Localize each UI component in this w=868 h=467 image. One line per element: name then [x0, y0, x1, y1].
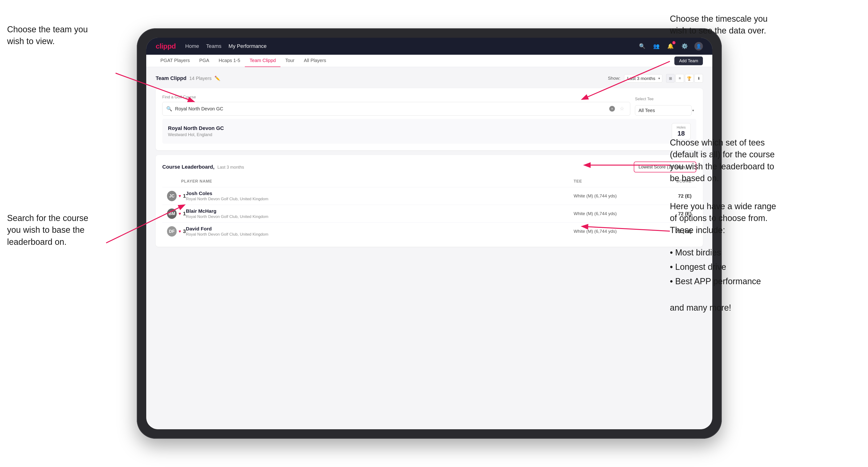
- tee-section: Select Tee All Tees: [635, 97, 696, 116]
- annotation-and-more: and many more!: [670, 302, 731, 314]
- course-search-card: Find a Golf Course 🔍 Royal North Devon G…: [156, 88, 703, 150]
- clear-search-button[interactable]: ×: [609, 106, 615, 112]
- sub-nav-pga[interactable]: PGA: [195, 55, 214, 67]
- grid-view-button[interactable]: ⊞: [666, 74, 675, 83]
- player-club-2: Royal North Devon Golf Club, United King…: [186, 214, 269, 219]
- notification-badge: 1: [672, 41, 676, 44]
- settings-button[interactable]: ⚙️: [680, 42, 689, 51]
- notifications-button[interactable]: 🔔 1: [666, 42, 675, 51]
- table-row: BM ♥ 1 Blair McHarg Royal North Devon Go…: [162, 205, 696, 222]
- nav-icons: 🔍 👥 🔔 1 ⚙️ 👤: [638, 42, 703, 51]
- player-avatar-2: BM: [167, 209, 177, 219]
- users-nav-button[interactable]: 👥: [652, 42, 660, 51]
- player-score-1: 72 (E): [644, 193, 691, 199]
- heart-icon-1: ♥: [179, 194, 181, 198]
- team-controls: Show: Last 3 months ⊞ ≡ 🏆 ⬇: [608, 74, 703, 83]
- holes-value: 18: [677, 130, 686, 137]
- annotation-top-left: Choose the team you wish to view.: [7, 24, 88, 48]
- nav-teams[interactable]: Teams: [206, 43, 221, 49]
- player-rank-2: 1: [183, 211, 186, 217]
- nav-links: Home Teams My Performance: [185, 43, 628, 49]
- col-player-name: PLAYER NAME: [181, 179, 574, 184]
- player-avatar-1: JC: [167, 191, 177, 201]
- leaderboard-title: Course Leaderboard,: [162, 164, 214, 170]
- ipad-frame: clippd Home Teams My Performance 🔍 👥 🔔 1: [137, 28, 722, 439]
- leaderboard-header: Course Leaderboard, Last 3 months Lowest…: [162, 161, 696, 173]
- search-icon: 🔍: [639, 43, 645, 49]
- player-rank-3: 3: [183, 228, 186, 235]
- search-icon: 🔍: [166, 106, 172, 112]
- leaderboard-table-header: PLAYER NAME TEE SCORE: [162, 177, 696, 186]
- heart-icon-2: ♥: [179, 211, 181, 216]
- heart-icon-3: ♥: [179, 229, 181, 234]
- view-toggle-icons: ⊞ ≡ 🏆 ⬇: [666, 74, 703, 83]
- bullet-2: Longest drive: [670, 260, 761, 274]
- annotation-bottom-right: Here you have a wide range of options to…: [670, 200, 863, 236]
- player-info-3: David Ford Royal North Devon Golf Club, …: [186, 226, 574, 237]
- find-course-label: Find a Golf Course: [162, 95, 630, 99]
- sub-nav-pgat[interactable]: PGAT Players: [156, 55, 195, 67]
- player-name-3: David Ford: [186, 226, 269, 231]
- bullet-3: Best APP performance: [670, 274, 761, 288]
- sub-nav-hcaps[interactable]: Hcaps 1-5: [214, 55, 245, 67]
- course-search-input[interactable]: Royal North Devon GC: [175, 106, 607, 112]
- holes-label: Holes: [677, 125, 686, 129]
- search-nav-button[interactable]: 🔍: [638, 42, 646, 51]
- player-rank-1: 1: [183, 193, 186, 199]
- nav-bar: clippd Home Teams My Performance 🔍 👥 🔔 1: [146, 38, 712, 55]
- player-avatar-3: DF: [167, 226, 177, 237]
- annotation-mid-right: Choose which set of tees (default is all…: [670, 137, 863, 184]
- tee-select-wrapper: All Tees: [635, 105, 696, 116]
- list-view-button[interactable]: ≡: [676, 74, 684, 83]
- main-content: Team Clippd 14 Players ✏️ Show: Last 3 m…: [146, 67, 712, 258]
- download-button[interactable]: ⬇: [694, 74, 703, 83]
- team-header: Team Clippd 14 Players ✏️ Show: Last 3 m…: [156, 74, 703, 83]
- add-team-button[interactable]: Add Team: [674, 56, 703, 65]
- player-club-3: Royal North Devon Golf Club, United King…: [186, 232, 269, 237]
- player-name-1: Josh Coles: [186, 191, 269, 196]
- bullet-1: Most birdies: [670, 245, 761, 260]
- table-row: DF ♥ 3 David Ford Royal North Devon Golf…: [162, 222, 696, 240]
- edit-team-icon[interactable]: ✏️: [214, 75, 220, 81]
- annotation-top-right: Choose the timescale you wish to see the…: [670, 13, 859, 37]
- show-timeframe-select[interactable]: Last 3 months: [624, 74, 662, 83]
- nav-home[interactable]: Home: [185, 43, 199, 49]
- col-tee: TEE: [574, 179, 644, 184]
- sub-nav-all-players[interactable]: All Players: [299, 55, 331, 67]
- trophy-view-button[interactable]: 🏆: [685, 74, 693, 83]
- player-info-1: Josh Coles Royal North Devon Golf Club, …: [186, 191, 574, 201]
- leaderboard-card: Course Leaderboard, Last 3 months Lowest…: [156, 155, 703, 247]
- player-tee-3: White (M) (6,744 yds): [574, 229, 644, 234]
- player-info-2: Blair McHarg Royal North Devon Golf Club…: [186, 208, 574, 219]
- player-tee-1: White (M) (6,744 yds): [574, 193, 644, 198]
- leaderboard-title-area: Course Leaderboard, Last 3 months: [162, 164, 244, 170]
- course-result-info: Royal North Devon GC Westward Hol, Engla…: [168, 125, 224, 137]
- tee-select[interactable]: All Tees: [635, 105, 691, 116]
- settings-icon: ⚙️: [681, 43, 688, 49]
- course-result: Royal North Devon GC Westward Hol, Engla…: [162, 119, 696, 144]
- sub-nav-team-clippd[interactable]: Team Clippd: [245, 55, 280, 67]
- app-logo: clippd: [156, 42, 176, 50]
- nav-my-performance[interactable]: My Performance: [228, 43, 267, 49]
- ipad-screen: clippd Home Teams My Performance 🔍 👥 🔔 1: [146, 38, 712, 429]
- show-label: Show:: [608, 76, 620, 81]
- annotation-bottom-left: Search for the course you wish to base t…: [7, 212, 88, 248]
- avatar-icon: 👤: [696, 44, 701, 49]
- show-select-wrapper: Last 3 months: [624, 74, 662, 83]
- col-rank: [167, 179, 181, 184]
- select-tee-label: Select Tee: [635, 97, 696, 101]
- leaderboard-subtitle: Last 3 months: [217, 165, 244, 169]
- bell-icon: 🔔: [667, 43, 674, 49]
- sub-nav-tour[interactable]: Tour: [280, 55, 299, 67]
- annotation-bullets: Most birdies Longest drive Best APP perf…: [670, 245, 761, 289]
- player-name-2: Blair McHarg: [186, 208, 269, 214]
- player-tee-2: White (M) (6,744 yds): [574, 211, 644, 216]
- team-name: Team Clippd: [156, 75, 186, 81]
- course-result-location: Westward Hol, England: [168, 132, 224, 137]
- player-club-1: Royal North Devon Golf Club, United King…: [186, 197, 269, 201]
- course-search-box[interactable]: 🔍 Royal North Devon GC × ☆: [162, 102, 630, 116]
- favorite-button[interactable]: ☆: [618, 104, 626, 113]
- user-avatar[interactable]: 👤: [694, 42, 703, 51]
- table-row: JC ♥ 1 Josh Coles Royal North Devon Golf…: [162, 187, 696, 205]
- sub-nav: PGAT Players PGA Hcaps 1-5 Team Clippd T…: [146, 55, 712, 67]
